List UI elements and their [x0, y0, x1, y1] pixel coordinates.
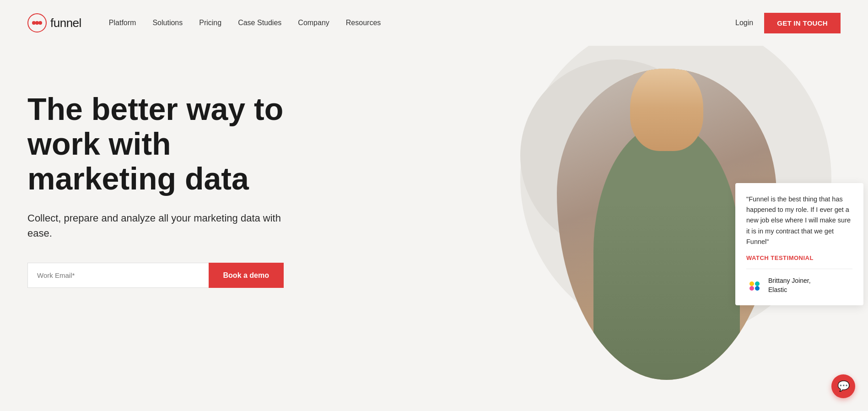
person-body [593, 124, 740, 380]
login-link[interactable]: Login [735, 19, 753, 27]
testimonial-person-name: Brittany Joiner, Elastic [768, 276, 811, 294]
logo-icon [27, 13, 47, 32]
watch-testimonial-link[interactable]: WATCH TESTIMONIAL [746, 254, 852, 261]
svg-point-3 [38, 21, 42, 25]
hero-right: "Funnel is the best thing that has happe… [511, 46, 868, 403]
nav-pricing[interactable]: Pricing [199, 19, 221, 27]
get-in-touch-button[interactable]: GET IN TOUCH [764, 13, 841, 33]
svg-point-5 [749, 281, 754, 286]
svg-point-4 [746, 277, 763, 294]
person-head [630, 69, 703, 151]
svg-point-6 [755, 281, 760, 286]
nav-links: Platform Solutions Pricing Case Studies … [109, 19, 735, 27]
hero-headline: The better way to work with marketing da… [27, 92, 311, 196]
svg-point-7 [749, 286, 754, 291]
chat-icon: 💬 [837, 380, 850, 392]
hero-section: The better way to work with marketing da… [0, 46, 868, 403]
nav-platform[interactable]: Platform [109, 19, 136, 27]
nav-case-studies[interactable]: Case Studies [238, 19, 281, 27]
chat-bubble[interactable]: 💬 [831, 374, 855, 398]
svg-point-8 [755, 286, 760, 291]
email-form: Book a demo [27, 263, 284, 288]
nav-resources[interactable]: Resources [346, 19, 381, 27]
testimonial-divider [746, 269, 852, 269]
nav-company[interactable]: Company [298, 19, 329, 27]
email-input[interactable] [27, 263, 209, 288]
hero-subtext: Collect, prepare and analyze all your ma… [27, 211, 284, 241]
svg-point-2 [35, 21, 39, 25]
svg-point-1 [32, 21, 36, 25]
nav-right: Login GET IN TOUCH [735, 13, 841, 33]
testimonial-card: "Funnel is the best thing that has happe… [735, 183, 863, 305]
navbar: funnel Platform Solutions Pricing Case S… [0, 0, 868, 46]
testimonial-quote: "Funnel is the best thing that has happe… [746, 194, 852, 247]
logo-text: funnel [50, 16, 81, 30]
testimonial-avatar [746, 277, 763, 294]
hero-left: The better way to work with marketing da… [27, 64, 357, 288]
nav-solutions[interactable]: Solutions [152, 19, 183, 27]
testimonial-person-info: Brittany Joiner, Elastic [768, 276, 811, 294]
logo[interactable]: funnel [27, 13, 81, 32]
book-demo-button[interactable]: Book a demo [209, 263, 284, 288]
testimonial-person: Brittany Joiner, Elastic [746, 276, 852, 294]
